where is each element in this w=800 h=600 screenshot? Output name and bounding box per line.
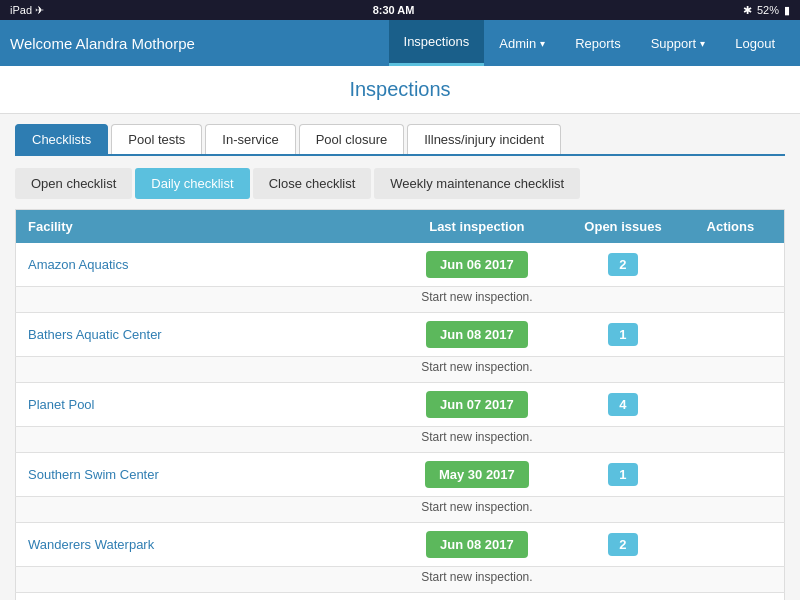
open-issues-cell: 1: [569, 313, 677, 357]
bluetooth-icon: ✱: [743, 4, 752, 17]
facility-link[interactable]: Bathers Aquatic Center: [28, 327, 162, 342]
start-new-label[interactable]: Start new inspection.: [385, 357, 570, 383]
open-issues-cell: 0: [569, 593, 677, 601]
facility-cell: Planet Pool: [16, 383, 385, 427]
facility-link[interactable]: Southern Swim Center: [28, 467, 159, 482]
table-row: Planet PoolJun 07 20174: [16, 383, 785, 427]
facility-link[interactable]: Amazon Aquatics: [28, 257, 128, 272]
nav-support[interactable]: Support ▾: [636, 20, 721, 66]
nav-reports[interactable]: Reports: [560, 20, 636, 66]
facility-link[interactable]: Planet Pool: [28, 397, 95, 412]
navbar: Welcome Alandra Mothorpe Inspections Adm…: [0, 20, 800, 66]
table-header-row: Facility Last inspection Open issues Act…: [16, 210, 785, 244]
inspection-date-button[interactable]: Jun 07 2017: [426, 391, 528, 418]
nav-logout[interactable]: Logout: [720, 20, 790, 66]
inspection-date-button[interactable]: May 30 2017: [425, 461, 529, 488]
start-new-facility-spacer: [16, 427, 385, 453]
ipad-label: iPad ✈: [10, 4, 44, 17]
support-caret: ▾: [700, 38, 705, 49]
header-facility: Facility: [16, 210, 385, 244]
tab-daily-checklist[interactable]: Daily checklist: [135, 168, 249, 199]
open-issues-badge: 2: [608, 253, 638, 276]
page-title: Inspections: [0, 66, 800, 114]
inspection-date-button[interactable]: Jun 06 2017: [426, 251, 528, 278]
start-new-row: Start new inspection.: [16, 287, 785, 313]
status-right: ✱ 52% ▮: [743, 4, 790, 17]
last-inspection-cell: Jun 07 2017: [385, 383, 570, 427]
table-row: Amazon AquaticsJun 06 20172: [16, 243, 785, 287]
start-new-facility-spacer: [16, 287, 385, 313]
open-issues-badge: 4: [608, 393, 638, 416]
checklist-tab-group: Open checklist Daily checklist Close che…: [15, 168, 785, 199]
actions-cell: [677, 523, 785, 567]
tab-close-checklist[interactable]: Close checklist: [253, 168, 372, 199]
tab-pool-closure[interactable]: Pool closure: [299, 124, 405, 154]
status-left: iPad ✈: [10, 4, 44, 17]
open-issues-cell: 2: [569, 243, 677, 287]
start-new-inspection-link[interactable]: Start new inspection.: [421, 360, 532, 374]
open-issues-badge: 1: [608, 463, 638, 486]
start-new-facility-spacer: [16, 567, 385, 593]
open-issues-badge: 1: [608, 323, 638, 346]
start-new-facility-spacer: [16, 497, 385, 523]
battery-label: 52%: [757, 4, 779, 16]
last-inspection-cell: Jun 04 2017: [385, 593, 570, 601]
welcome-message: Welcome Alandra Mothorpe: [10, 35, 389, 52]
start-new-label[interactable]: Start new inspection.: [385, 427, 570, 453]
last-inspection-cell: Jun 06 2017: [385, 243, 570, 287]
tab-in-service[interactable]: In-service: [205, 124, 295, 154]
actions-cell: ✓🗑: [677, 593, 785, 601]
actions-cell: [677, 453, 785, 497]
main-content: Checklists Pool tests In-service Pool cl…: [0, 114, 800, 600]
table-row: Bathers Aquatic CenterJun 08 20171: [16, 313, 785, 357]
start-new-label[interactable]: Start new inspection.: [385, 567, 570, 593]
tab-pool-tests[interactable]: Pool tests: [111, 124, 202, 154]
inspection-table: Facility Last inspection Open issues Act…: [15, 209, 785, 600]
start-new-row: Start new inspection.: [16, 567, 785, 593]
start-new-row: Start new inspection.: [16, 357, 785, 383]
facility-link[interactable]: Wanderers Waterpark: [28, 537, 154, 552]
status-time: 8:30 AM: [373, 4, 415, 16]
actions-cell: [677, 243, 785, 287]
tab-weekly-maintenance[interactable]: Weekly maintenance checklist: [374, 168, 580, 199]
tab-illness-injury[interactable]: Illness/injury incident: [407, 124, 561, 154]
open-issues-badge: 2: [608, 533, 638, 556]
facility-cell: Bathers Aquatic Center: [16, 313, 385, 357]
start-new-inspection-link[interactable]: Start new inspection.: [421, 570, 532, 584]
start-new-inspection-link[interactable]: Start new inspection.: [421, 290, 532, 304]
header-last-inspection: Last inspection: [385, 210, 570, 244]
table-row: Wanderers WaterparkJun 08 20172: [16, 523, 785, 567]
facility-cell: Amazon Aquatics: [16, 243, 385, 287]
inspection-date-button[interactable]: Jun 08 2017: [426, 321, 528, 348]
status-bar: iPad ✈ 8:30 AM ✱ 52% ▮: [0, 0, 800, 20]
start-new-label[interactable]: Start new inspection.: [385, 287, 570, 313]
start-new-row: Start new inspection.: [16, 497, 785, 523]
start-new-facility-spacer: [16, 357, 385, 383]
table-row: Southern Swim CenterMay 30 20171: [16, 453, 785, 497]
start-new-inspection-link[interactable]: Start new inspection.: [421, 500, 532, 514]
battery-icon: ▮: [784, 4, 790, 17]
admin-caret: ▾: [540, 38, 545, 49]
tab-open-checklist[interactable]: Open checklist: [15, 168, 132, 199]
tab-checklists[interactable]: Checklists: [15, 124, 108, 154]
facility-cell: Waterworld Aquatic Center: [16, 593, 385, 601]
nav-inspections[interactable]: Inspections: [389, 20, 485, 66]
header-actions: Actions: [677, 210, 785, 244]
start-new-inspection-link[interactable]: Start new inspection.: [421, 430, 532, 444]
nav-admin[interactable]: Admin ▾: [484, 20, 560, 66]
start-new-label[interactable]: Start new inspection.: [385, 497, 570, 523]
header-open-issues: Open issues: [569, 210, 677, 244]
inspection-date-button[interactable]: Jun 08 2017: [426, 531, 528, 558]
facility-cell: Wanderers Waterpark: [16, 523, 385, 567]
last-inspection-cell: Jun 08 2017: [385, 313, 570, 357]
table-row: Waterworld Aquatic CenterJun 04 20170✓🗑: [16, 593, 785, 601]
last-inspection-cell: May 30 2017: [385, 453, 570, 497]
actions-cell: [677, 313, 785, 357]
facility-cell: Southern Swim Center: [16, 453, 385, 497]
nav-items: Inspections Admin ▾ Reports Support ▾ Lo…: [389, 20, 790, 66]
actions-cell: [677, 383, 785, 427]
last-inspection-cell: Jun 08 2017: [385, 523, 570, 567]
open-issues-cell: 1: [569, 453, 677, 497]
open-issues-cell: 4: [569, 383, 677, 427]
start-new-row: Start new inspection.: [16, 427, 785, 453]
